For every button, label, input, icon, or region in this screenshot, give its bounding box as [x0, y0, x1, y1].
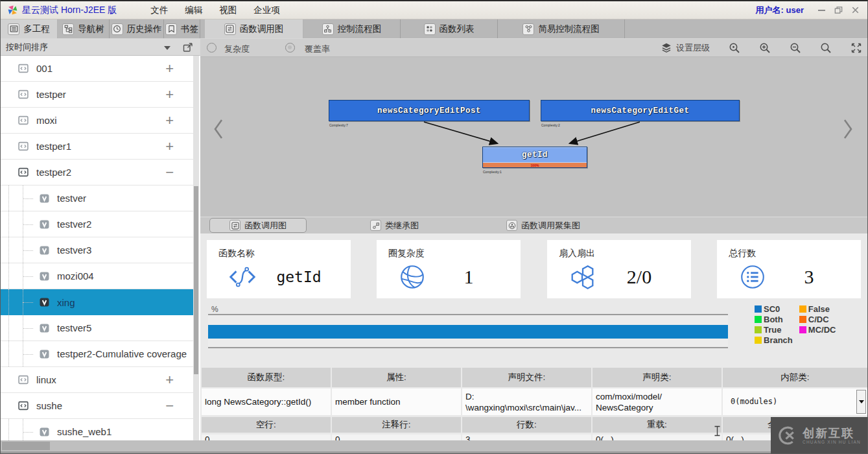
metric-value: 3 [768, 266, 850, 288]
tab-label: 历史操作 [127, 23, 162, 35]
tab-nav-tree[interactable]: 导航树 [58, 19, 110, 38]
cx-logo-icon [777, 425, 798, 446]
expand-toggle[interactable]: + [165, 88, 174, 101]
complexity-radio[interactable] [207, 43, 217, 53]
metric-card-cyclomatic-complexity: 圈复杂度 1 [377, 240, 521, 298]
sort-label: 按时间排序 [6, 42, 48, 53]
tabbar: 多工程 导航树 历史操作 书签 函数调用图 控制流程图 函数列表 简易控制流程 [1, 19, 867, 39]
expand-toggle[interactable]: + [165, 374, 174, 387]
minimize-button[interactable] [813, 3, 830, 18]
simple-flow-icon [522, 23, 534, 35]
watermark: 创新互联 CHUANG XIN HU LIAN [771, 417, 867, 453]
horizontal-scrollbar[interactable] [1, 440, 868, 451]
prototype-value: long NewsCategory::getId() [202, 388, 331, 415]
tree-item-testver[interactable]: testver [1, 185, 193, 211]
control-flow-icon [322, 23, 334, 35]
app-title: 星云测试 Horn-J2EE 版 [22, 5, 117, 16]
subtab-function-call-graph[interactable]: 函数调用图 [209, 218, 307, 233]
collapse-toggle[interactable]: − [165, 166, 174, 179]
menubar: 文件 编辑 视图 企业项 [150, 5, 280, 16]
complexity-radio-label: 复杂度 [224, 43, 250, 55]
zoom-in-icon[interactable] [759, 42, 771, 54]
fullscreen-icon[interactable] [850, 42, 862, 54]
menu-file[interactable]: 文件 [150, 5, 168, 16]
call-graph-icon [224, 23, 236, 35]
expand-toggle[interactable]: + [165, 140, 174, 153]
menu-view[interactable]: 视图 [219, 5, 237, 16]
tree-item-moxi[interactable]: moxi + [1, 108, 193, 134]
tree-item-xing-selected[interactable]: xing [1, 289, 193, 315]
col-header: 内部类: [723, 368, 867, 387]
text-cursor [714, 425, 721, 439]
tab-simple-control-flow[interactable]: 简易控制流程图 [498, 19, 625, 38]
menu-enterprise[interactable]: 企业项 [253, 5, 280, 16]
legend-item: C/DC [799, 314, 836, 324]
tab-bookmarks[interactable]: 书签 [164, 19, 200, 38]
col-header: 重载: [592, 417, 721, 433]
coverage-legend: SC0 Both True Branch False C/DC MC/DC [755, 304, 836, 345]
search-icon[interactable] [820, 42, 832, 54]
zoom-reset-icon[interactable] [729, 42, 740, 54]
restore-icon [834, 5, 843, 15]
main-panel: 复杂度 覆盖率 设置层级 [200, 39, 868, 454]
app-logo-icon [7, 5, 18, 16]
tree-item-testper1[interactable]: testper1 + [1, 134, 193, 160]
tree-item-linux[interactable]: linux + [1, 367, 193, 393]
project-tree: 001 + testper + moxi + testper1 + testpe… [1, 56, 193, 454]
tab-label: 多工程 [23, 23, 50, 35]
restore-button[interactable] [830, 3, 847, 18]
bookmark-icon [165, 23, 177, 35]
tree-item-testper[interactable]: testper + [1, 82, 193, 108]
sort-dropdown[interactable]: 按时间排序 [1, 39, 200, 56]
expand-toggle[interactable]: + [165, 62, 174, 75]
tree-item-testper2-cumulative[interactable]: testper2-Cumulative coverage [1, 341, 193, 367]
tree-item-testver2[interactable]: testver2 [1, 211, 193, 237]
project-sidebar: 按时间排序 001 + testper + moxi + testpe [1, 39, 200, 454]
tab-control-flow-graph[interactable]: 控制流程图 [303, 19, 401, 38]
graph-node-newsCategoryEditPost[interactable]: newsCategoryEditPost [329, 100, 530, 121]
col-header: 行数: [462, 417, 591, 433]
collapse-toggle[interactable]: − [165, 400, 174, 412]
set-level-button[interactable]: 设置层级 [661, 42, 710, 54]
tree-item-testver5[interactable]: testver5 [1, 315, 193, 341]
tab-function-list[interactable]: 函数列表 [401, 19, 498, 38]
project-icon [17, 141, 30, 152]
subtab-class-inheritance[interactable]: 类继承图 [364, 218, 425, 233]
tab-history[interactable]: 历史操作 [110, 19, 164, 38]
scrollbar-thumb[interactable] [194, 186, 198, 374]
decl-class-value: com/moxi/model/ NewsCategory [592, 388, 721, 415]
coverage-radio[interactable] [285, 43, 295, 53]
window-bottom-edge [1, 451, 868, 454]
tree-item-testper2[interactable]: testper2 − [1, 160, 193, 185]
graph-node-newsCategoryEditGet[interactable]: newsCategoryEditGet [541, 100, 740, 121]
tree-item-001[interactable]: 001 + [1, 56, 193, 82]
tab-multi-project[interactable]: 多工程 [1, 19, 58, 38]
project-icon [17, 115, 30, 126]
tree-item-testver3[interactable]: testver3 [1, 237, 193, 263]
menu-edit[interactable]: 编辑 [185, 5, 202, 16]
inner-class-dropdown[interactable]: 0(modules) [723, 388, 867, 415]
metric-card-fan-in-out: 扇入扇出 2/0 [547, 240, 691, 298]
scrollbar-thumb[interactable] [2, 442, 50, 450]
metric-value: getId [257, 269, 340, 285]
function-info-header-row: 函数原型: 属性: 声明文件: 声明类: 内部类: [202, 368, 867, 387]
function-list-icon [424, 23, 436, 35]
metric-value: 2/0 [598, 266, 681, 288]
graph-node-getId[interactable]: getId 100% [482, 147, 587, 168]
dropdown-arrow-button[interactable] [856, 390, 866, 414]
tree-item-mozi004[interactable]: mozi004 [1, 263, 193, 289]
version-icon [38, 349, 51, 359]
subtab-call-cluster-graph[interactable]: 函数调用聚集图 [500, 218, 587, 233]
legend-swatch [755, 337, 762, 344]
project-icon [17, 374, 30, 385]
zoom-out-icon[interactable] [790, 42, 801, 54]
nav-tree-icon [62, 23, 74, 35]
tree-item-sushe[interactable]: sushe − [1, 393, 193, 419]
tab-function-call-graph[interactable]: 函数调用图 [205, 19, 303, 38]
sidebar-scrollbar[interactable] [193, 56, 199, 454]
export-tree-button[interactable] [182, 42, 194, 53]
titlebar: 星云测试 Horn-J2EE 版 文件 编辑 视图 企业项 用户名: user [1, 1, 867, 19]
close-button[interactable] [847, 3, 863, 18]
expand-toggle[interactable]: + [165, 114, 174, 127]
complexity-globe-icon [397, 262, 427, 292]
